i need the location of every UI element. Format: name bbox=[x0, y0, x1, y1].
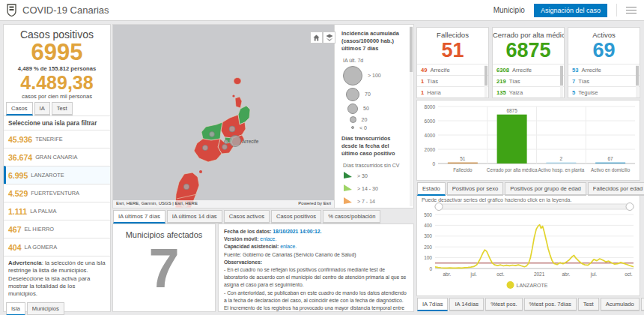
island-value: 467 bbox=[8, 225, 22, 234]
tab-fallecidos-por-edad-y-sexo[interactable]: Fallecidos por edad y sexo bbox=[588, 182, 644, 196]
island-value: 6.995 bbox=[8, 171, 28, 180]
map-bubble-san-bartolome[interactable] bbox=[224, 140, 228, 143]
stat-list-item[interactable]: 5Teguise bbox=[568, 86, 640, 98]
stat-list-item[interactable]: 7Tías bbox=[568, 75, 640, 86]
tab-ia-14d-as[interactable]: IA 14días bbox=[449, 298, 484, 311]
stat-list-item[interactable]: 1Tías bbox=[417, 75, 488, 86]
observation-item: - En el cuadro no se reflejan los positi… bbox=[224, 266, 408, 290]
stat-list-item[interactable]: 6308Arrecife bbox=[493, 64, 564, 75]
stat-list-scrollbar[interactable] bbox=[560, 65, 563, 98]
tab--test-pos-7d-as[interactable]: %test pos. 7días bbox=[524, 298, 577, 311]
map-legend-icon[interactable] bbox=[323, 32, 335, 44]
tab-isla[interactable]: Isla bbox=[6, 302, 25, 315]
stat-item-name: Yaiza bbox=[509, 89, 523, 96]
island-list-item[interactable]: 36.674GRAN CANARIA bbox=[4, 148, 110, 166]
stat-list-scrollbar[interactable] bbox=[636, 65, 639, 98]
tab-estado[interactable]: Estado bbox=[417, 182, 446, 196]
tab-positivos-por-grupo-de-edad[interactable]: Positivos por grupo de edad bbox=[505, 182, 586, 196]
map-bubble-yaiza[interactable] bbox=[202, 145, 207, 150]
stat-item-name: Tías bbox=[578, 78, 589, 85]
map-bubble-arrecife[interactable] bbox=[229, 135, 240, 146]
map-bubble-teguise[interactable] bbox=[229, 126, 235, 132]
tab-casos[interactable]: Casos bbox=[6, 102, 33, 116]
tab-positivos-por-sexo[interactable]: Positivos por sexo bbox=[447, 182, 504, 196]
ia-line-chart[interactable]: 0100200300400500abr.jul.oct.2021abr.jul.… bbox=[417, 202, 640, 292]
tab-municipios[interactable]: Municipios bbox=[27, 302, 64, 315]
stat-list-item[interactable]: 140Teguise bbox=[493, 98, 564, 98]
tab-ia[interactable]: IA bbox=[34, 102, 50, 116]
class-label: > 14 - 30 bbox=[357, 186, 378, 191]
legend-label-lanzarote[interactable]: LANZAROTE bbox=[517, 283, 548, 288]
island-list-item[interactable]: 467EL HIERRO bbox=[4, 220, 110, 238]
municipio-selector[interactable]: Municipio bbox=[493, 6, 525, 14]
island-list-item[interactable]: 1.111LA PALMA bbox=[4, 202, 110, 220]
map-tab-casos-activos[interactable]: Casos activos bbox=[224, 210, 270, 224]
tab-diario[interactable]: Diario bbox=[641, 298, 644, 311]
stat-list-item[interactable]: 135Yaiza bbox=[493, 86, 564, 98]
menu-icon[interactable] bbox=[616, 4, 638, 17]
svg-text:Cerrado por alta médica: Cerrado por alta médica bbox=[487, 167, 538, 173]
map-bubble-la-oliva[interactable] bbox=[183, 184, 189, 190]
slider-handle-right[interactable] bbox=[626, 203, 634, 211]
stat-card-cerrado-por-alta-m-dica: Cerrado por alta médica68756308Arrecife2… bbox=[492, 27, 565, 98]
stat-list-item[interactable]: 53Arrecife bbox=[568, 64, 640, 75]
total-positive-cases: 6995 bbox=[4, 40, 110, 65]
stat-list: 53Arrecife7Tías5Teguise2Yaiza bbox=[568, 64, 640, 98]
map-home-icon[interactable] bbox=[310, 32, 323, 44]
island-list-item[interactable]: 404LA GOMERA bbox=[4, 238, 110, 256]
map-tab-casos-positivos[interactable]: Casos positivos bbox=[271, 210, 321, 224]
stat-list-item[interactable]: 1Haría bbox=[417, 86, 488, 98]
map-tab--casos-poblaci-n[interactable]: % casos/población bbox=[323, 210, 380, 224]
capacity-label: Capacidad asistencial: bbox=[224, 244, 280, 249]
island-value: 45.936 bbox=[8, 135, 32, 144]
percent-of-population: 4,489 % de 155.812 personas bbox=[4, 65, 110, 72]
stat-item-value: 6308 bbox=[496, 67, 509, 74]
class-swatch bbox=[343, 196, 353, 206]
map-attribution: Esri, HERE, Garmin, USGS | Esri, HERE Po… bbox=[113, 200, 334, 208]
slider-handle-left[interactable] bbox=[435, 203, 443, 211]
island-list-item[interactable]: 45.936TENERIFE bbox=[4, 130, 110, 148]
map-bubble-tinajo[interactable] bbox=[210, 132, 215, 137]
stat-item-value: 1 bbox=[421, 89, 424, 96]
map-islet-lobos[interactable] bbox=[199, 170, 202, 173]
ia-line-chart-panel: Puede desactivar series del gráfico haci… bbox=[416, 194, 640, 296]
time-range-slider[interactable] bbox=[435, 204, 634, 209]
bubble-symbol bbox=[351, 126, 354, 129]
assign-case-button[interactable]: Asignación del caso bbox=[534, 4, 607, 17]
mobile-version-link[interactable]: enlace. bbox=[260, 236, 276, 242]
legend-subtitle-days: Días trascurridos sin CV bbox=[343, 163, 406, 168]
mobile-version-label: Versión móvil: bbox=[224, 236, 260, 242]
map-islet-alegranza[interactable] bbox=[234, 78, 241, 85]
capacity-link[interactable]: enlace. bbox=[280, 244, 297, 249]
bar-1[interactable] bbox=[497, 115, 527, 164]
status-bar-chart[interactable]: 0200040006000800051Fallecido6875Cerrado … bbox=[417, 100, 640, 180]
stat-list-item[interactable]: 2Yaiza bbox=[568, 98, 640, 98]
tab-test[interactable]: Test bbox=[578, 298, 599, 311]
map-islet-montana-clara[interactable] bbox=[232, 94, 234, 97]
island-value: 4.529 bbox=[8, 189, 28, 198]
chart-hint-text: Puede desactivar series del gráfico haci… bbox=[417, 195, 640, 202]
stat-value: 69 bbox=[568, 39, 640, 62]
bar-3[interactable] bbox=[595, 163, 625, 164]
stat-list-scrollbar[interactable] bbox=[484, 65, 487, 98]
stat-value: 6875 bbox=[493, 39, 564, 62]
bar-2[interactable] bbox=[546, 163, 576, 164]
legend-bubble-row: 50 bbox=[343, 104, 406, 114]
data-info-panel: Fecha de los datos: 18/10/2021 14:00:12.… bbox=[218, 224, 414, 312]
map-tab-ia-ltimos-14-d-as[interactable]: IA últimos 14 días bbox=[167, 210, 222, 224]
map-bubble-tias[interactable] bbox=[222, 145, 228, 150]
stat-list-item[interactable]: 219Tías bbox=[493, 75, 564, 86]
bar-0[interactable] bbox=[448, 163, 478, 164]
tab-ia-7d-as[interactable]: IA 7días bbox=[417, 298, 448, 311]
legend-scrollbar[interactable] bbox=[410, 26, 413, 206]
tab--test-pos-[interactable]: %test pos. bbox=[485, 298, 522, 311]
stat-list-item[interactable]: 0San Bartolomé bbox=[417, 98, 488, 98]
island-list-item[interactable]: 4.529FUERTEVENTURA bbox=[4, 184, 110, 202]
tab-test[interactable]: Test bbox=[52, 102, 73, 116]
map-tab-ia-ltimos-7-d-as[interactable]: IA últimos 7 días bbox=[113, 210, 165, 224]
tab-acumulado[interactable]: Acumulado bbox=[601, 298, 640, 311]
legend-bubble-row: 70 bbox=[343, 88, 406, 101]
island-list-item[interactable]: 6.995LANZAROTE bbox=[4, 166, 110, 184]
stat-list-item[interactable]: 49Arrecife bbox=[417, 64, 488, 75]
legend-dot-lanzarote[interactable] bbox=[507, 281, 514, 289]
